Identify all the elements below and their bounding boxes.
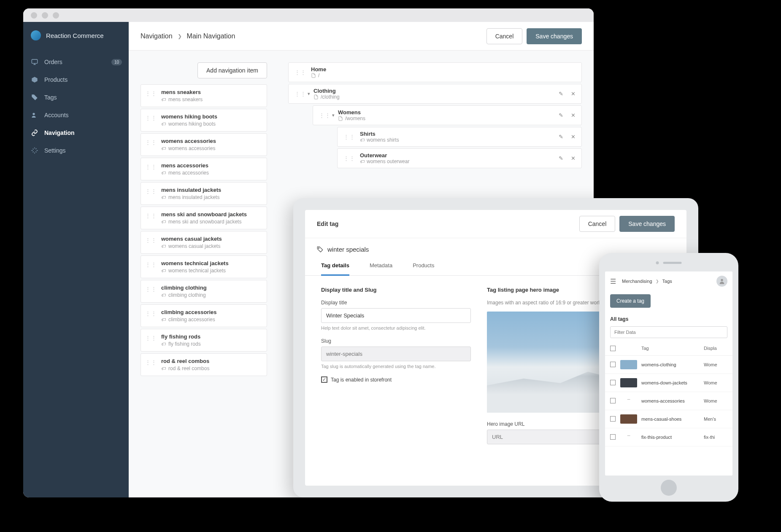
nav-item[interactable]: ⋮⋮ fly fishing rods 🏷fly fishing rods [141,329,267,352]
table-row[interactable]: womens-down-jackets Wome [605,374,732,392]
nav-item-title: fly fishing rods [161,333,262,340]
tag-name: winter specials [327,246,369,253]
edit-icon[interactable]: ✎ [559,155,563,161]
nav-item-sub: 🏷mens accessories [161,170,262,176]
table-row[interactable]: mens-casual-shoes Men's [605,410,732,428]
tree-row[interactable]: ⋮⋮ Home / [288,62,582,82]
nav-item-sub: 🏷mens insulated jackets [161,194,262,200]
phone-device: ☰ Merchandising ❯ Tags Create a tag All … [599,253,738,502]
chevron-down-icon[interactable]: ▾ [308,91,310,97]
table-row[interactable]: – womens-accessories Wome [605,392,732,410]
nav-item[interactable]: ⋮⋮ womens casual jackets 🏷womens casual … [141,231,267,254]
nav-item[interactable]: ⋮⋮ womens technical jackets 🏷womens tech… [141,255,267,278]
create-tag-button[interactable]: Create a tag [610,294,651,308]
row-checkbox[interactable] [610,380,616,385]
sidebar-item-settings[interactable]: Settings [23,142,129,159]
thumbnail [620,414,637,424]
drag-handle-icon[interactable]: ⋮⋮ [145,89,157,96]
window-minimize-dot[interactable] [42,12,48,19]
slug-input[interactable] [321,347,471,361]
menu-icon[interactable]: ☰ [610,277,616,285]
tab-metadata[interactable]: Metadata [370,262,392,275]
row-checkbox[interactable] [610,434,616,440]
drag-handle-icon[interactable]: ⋮⋮ [295,70,306,75]
sidebar-item-orders[interactable]: Orders 10 [23,53,129,71]
nav-item-sub: 🏷womens accessories [161,145,262,151]
table-row[interactable]: – fix-this-product fix-thi [605,428,732,446]
nav-item[interactable]: ⋮⋮ mens ski and snowboard jackets 🏷mens … [141,207,267,229]
nav-item[interactable]: ⋮⋮ climbing clothing 🏷climbing clothing [141,280,267,303]
sidebar-item-navigation[interactable]: Navigation [23,124,129,142]
nav-item[interactable]: ⋮⋮ rod & reel combos 🏷rod & reel combos [141,353,267,376]
breadcrumb-root[interactable]: Navigation [141,32,173,40]
drag-handle-icon[interactable]: ⋮⋮ [145,162,157,169]
sidebar-item-products[interactable]: Products [23,71,129,89]
nav-items-column: Add navigation item ⋮⋮ mens sneakers 🏷me… [141,62,267,486]
edit-icon[interactable]: ✎ [559,134,563,140]
drag-handle-icon[interactable]: ⋮⋮ [145,333,157,341]
phone-bc-root[interactable]: Merchandising [622,279,652,284]
nav-item[interactable]: ⋮⋮ climbing accessories 🏷climbing access… [141,304,267,327]
row-checkbox[interactable] [610,362,616,367]
close-icon[interactable]: ✕ [571,155,576,161]
drag-handle-icon[interactable]: ⋮⋮ [295,91,306,97]
close-icon[interactable]: ✕ [571,134,576,140]
drag-handle-icon[interactable]: ⋮⋮ [145,113,157,121]
nav-item-sub: 🏷womens technical jackets [161,268,262,274]
svg-point-6 [721,279,723,281]
nav-item[interactable]: ⋮⋮ womens accessories 🏷womens accessorie… [141,133,267,156]
drag-handle-icon[interactable]: ⋮⋮ [145,138,157,145]
tree-row[interactable]: ⋮⋮▾ Womens /womens ✎✕ [313,105,582,125]
drag-handle-icon[interactable]: ⋮⋮ [145,211,157,218]
sidebar-item-tags[interactable]: Tags [23,89,129,106]
tree-row[interactable]: ⋮⋮▾ Clothing /clothing ✎✕ [288,84,582,104]
avatar-icon[interactable] [716,276,727,287]
drag-handle-icon[interactable]: ⋮⋮ [145,358,157,365]
drag-handle-icon[interactable]: ⋮⋮ [343,156,355,161]
drag-handle-icon[interactable]: ⋮⋮ [319,113,331,118]
edit-save-button[interactable]: Save changes [619,216,675,232]
tab-products[interactable]: Products [413,262,434,275]
drag-handle-icon[interactable]: ⋮⋮ [343,134,355,140]
phone-home-button[interactable] [661,480,677,496]
tree-row[interactable]: ⋮⋮ Outerwear 🏷 womens outerwear ✎✕ [337,148,582,168]
sidebar-item-accounts[interactable]: Accounts [23,106,129,124]
phone-screen: ☰ Merchandising ❯ Tags Create a tag All … [605,271,732,476]
nav-item[interactable]: ⋮⋮ mens sneakers 🏷mens sneakers [141,84,267,107]
window-maximize-dot[interactable] [53,12,59,19]
add-navigation-item-button[interactable]: Add navigation item [197,62,267,78]
drag-handle-icon[interactable]: ⋮⋮ [145,236,157,243]
close-icon[interactable]: ✕ [571,112,576,118]
select-all-checkbox[interactable] [610,346,616,351]
display-title-input[interactable] [321,308,471,323]
drag-handle-icon[interactable]: ⋮⋮ [145,187,157,194]
tab-tag-details[interactable]: Tag details [321,262,349,276]
edit-cancel-button[interactable]: Cancel [579,216,616,232]
nav-item-title: mens sneakers [161,89,262,95]
display-cell: fix-thi [704,435,727,440]
drag-handle-icon[interactable]: ⋮⋮ [145,285,157,292]
tag-icon: 🏷 [161,317,166,322]
table-row[interactable]: womens-clothing Wome [605,356,732,374]
tag-icon: 🏷 [161,146,166,151]
edit-icon[interactable]: ✎ [559,112,563,118]
nav-item-title: womens technical jackets [161,260,262,266]
close-icon[interactable]: ✕ [571,91,576,97]
filter-input[interactable] [610,326,727,338]
chevron-down-icon[interactable]: ▾ [332,113,335,118]
enabled-checkbox[interactable]: ✓ [321,376,327,383]
save-button[interactable]: Save changes [527,28,582,44]
edit-icon[interactable]: ✎ [559,91,563,97]
tree-row[interactable]: ⋮⋮ Shirts 🏷 womens shirts ✎✕ [337,127,582,147]
row-checkbox[interactable] [610,416,616,422]
nav-item[interactable]: ⋮⋮ mens accessories 🏷mens accessories [141,158,267,180]
cancel-button[interactable]: Cancel [486,28,523,44]
nav-item[interactable]: ⋮⋮ mens insulated jackets 🏷mens insulate… [141,182,267,205]
nav-item[interactable]: ⋮⋮ womens hiking boots 🏷womens hiking bo… [141,109,267,132]
display-cell: Wome [704,362,727,367]
window-close-dot[interactable] [31,12,37,19]
drag-handle-icon[interactable]: ⋮⋮ [145,260,157,267]
row-checkbox[interactable] [610,398,616,403]
drag-handle-icon[interactable]: ⋮⋮ [145,309,157,316]
sidebar-item-label: Tags [44,94,57,101]
